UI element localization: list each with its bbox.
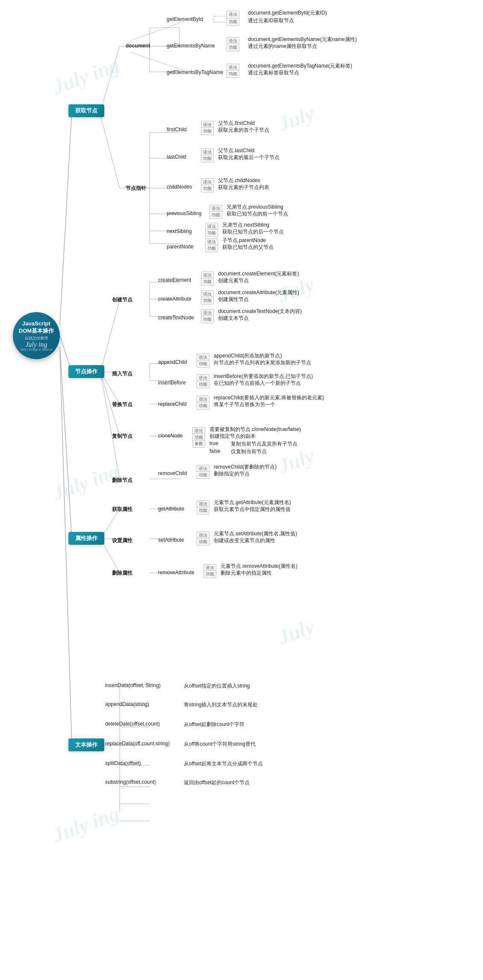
document-node: document <box>126 43 150 49</box>
delete-node: 删除节点 <box>112 477 133 484</box>
substring-desc: 返回由offset起的count个节点 <box>184 779 250 786</box>
watermark-1: July ing <box>49 53 122 99</box>
parent-node-func-tag: 功能 <box>205 245 218 252</box>
clone-node-label: 复制节点 <box>112 433 133 440</box>
delete-date-method: deleteDate(offset,count) <box>105 721 160 727</box>
replace-child: replaceChild <box>158 401 187 407</box>
last-child: lastChild <box>167 154 186 160</box>
append-child-func-tag: 功能 <box>197 360 209 368</box>
parent-node-func-val: 获取已知节点的父节点 <box>222 244 274 251</box>
remove-attr-func-tag: 功能 <box>203 570 216 578</box>
get-by-id-func-val: 通过元素ID获取节点 <box>248 17 294 24</box>
create-attr-func-val: 创建属性节点 <box>218 296 249 303</box>
create-el-func-tag: 功能 <box>201 278 214 286</box>
create-text-syntax-val: document.createTextNode(文本内容) <box>218 308 302 315</box>
category-get-node-label: 获取节点 <box>75 107 97 114</box>
child-nodes: childNodes <box>167 184 192 190</box>
remove-child-syntax-val: removeChild(要删除的节点) <box>214 463 277 471</box>
get-attr: 获取属性 <box>112 506 133 513</box>
replace-child-syntax-val: replaceChild(要插入的新元素,将被替换的老元素) <box>214 394 324 401</box>
set-attribute: setAttribute <box>158 537 184 543</box>
clone-node-param-false-val: 仅复制当前节点 <box>231 448 267 455</box>
create-el-syntax-val: document.createElement(元素标签) <box>218 270 299 277</box>
category-attr-op: 属性操作 <box>68 532 104 545</box>
create-attr-syntax-val: document.createAttribute(元素属性) <box>218 289 299 296</box>
append-data-desc: 将string插入到文本节点的末尾处 <box>184 701 258 708</box>
replace-data-desc: 从off将count个字符用string替代 <box>184 741 256 748</box>
node-pointer: 节点指针 <box>126 185 146 192</box>
prev-sibling-func-tag: 功能 <box>209 211 222 219</box>
clone-node-param-true-val: 复制当前节点及其所有子节点 <box>231 440 297 448</box>
remove-attr: 删除属性 <box>112 570 133 577</box>
watermark-4: July <box>275 443 317 478</box>
center-title2: DOM基本操作 <box>19 328 54 335</box>
replace-data-method: replaceData(off,count,string) <box>105 741 170 747</box>
next-sibling-func-tag: 功能 <box>205 229 218 237</box>
watermark-7: July ing <box>49 801 122 847</box>
delete-date-desc: 从offset起删除count个字符 <box>184 721 245 728</box>
center-logo-sub: Web | Design & Science <box>20 348 52 351</box>
get-by-tag-syntax-val: document.getElementsByTagName(元素标签) <box>248 62 352 70</box>
get-by-name-syntax-val: document.getElementsByName(元素name属性) <box>248 36 357 43</box>
previous-sibling: previousSibling <box>167 210 201 216</box>
insert-data-desc: 从offset指定的位置插入string <box>184 682 250 690</box>
category-attr-op-label: 属性操作 <box>75 535 97 541</box>
next-sibling-func-val: 获取已知节点的后一个节点 <box>222 228 284 236</box>
get-elements-by-name: getElementsByName <box>167 43 215 49</box>
watermark-2: July <box>275 101 317 136</box>
create-element: createElement <box>158 277 191 283</box>
insert-node: 插入节点 <box>112 370 133 378</box>
get-attr-func-val: 获取元素节点中指定属性的属性值 <box>214 506 291 513</box>
get-by-name-func-val: 通过元素的name属性获取节点 <box>248 43 317 50</box>
get-by-name-func-tag: 功能 <box>227 44 239 51</box>
child-nodes-func-val: 获取元素的子节点列表 <box>218 184 269 191</box>
create-text-func-tag: 功能 <box>201 316 214 323</box>
next-sibling-syntax-val: 兄弟节点.nextSibling <box>222 221 269 229</box>
create-attribute: createAttribute <box>158 296 191 302</box>
create-attr-func-tag: 功能 <box>201 297 214 304</box>
get-attr-syntax-val: 元素节点.getAttribute(元素属性名) <box>214 499 291 506</box>
next-sibling: nextSibling <box>167 228 192 234</box>
get-element-by-id: getElementById <box>167 16 203 22</box>
create-el-func-val: 创建元素节点 <box>218 277 249 284</box>
get-by-tag-func-tag: 功能 <box>227 70 239 78</box>
get-attr-func-tag: 功能 <box>197 507 209 514</box>
watermark-6: July ing <box>49 459 122 505</box>
last-child-func-val: 获取元素的最后一个子节点 <box>218 154 280 161</box>
first-child-syntax-val: 父节点.firstChild <box>218 120 255 127</box>
insert-before: insertBefore <box>158 380 186 386</box>
insert-before-func-val: 在已知的子节点前插入一个新的子节点 <box>214 380 301 387</box>
remove-attribute: removeAttribute <box>158 570 194 576</box>
parent-node-syntax-val: 子节点.parentNode <box>222 237 266 244</box>
child-nodes-func-tag: 功能 <box>201 185 214 192</box>
category-text-op-label: 文本操作 <box>75 741 97 748</box>
append-data-method: appendData(string) <box>105 701 149 707</box>
center-title1: JavaScript <box>22 320 50 328</box>
insert-before-func-tag: 功能 <box>197 381 209 388</box>
child-nodes-syntax-val: 父节点.childNodes <box>218 177 260 184</box>
watermark-5: July <box>275 614 317 649</box>
split-data-desc: 从offset起将文本节点分成两个节点 <box>184 760 263 767</box>
create-text-func-val: 创建文本节点 <box>218 315 249 322</box>
replace-node: 替换节点 <box>112 401 133 408</box>
page-container: July ing July July July July July ing Ju… <box>0 0 483 980</box>
set-attr-syntax-val: 元素节点.setAttribute(属性名,属性值) <box>214 530 297 537</box>
last-child-syntax-val: 父节点.lastChild <box>218 147 254 154</box>
get-by-id-func-tag: 功能 <box>227 18 239 26</box>
remove-child-func-val: 删除指定的节点 <box>214 470 250 478</box>
clone-node-param-false-label: false <box>209 448 220 454</box>
category-node-op-label: 节点操作 <box>75 368 97 375</box>
get-by-id-syntax-val: document.getElementById(元素ID) <box>248 9 327 17</box>
prev-sibling-syntax-val: 兄弟节点.previousSibling <box>227 204 283 211</box>
get-attribute: getAttribute <box>158 506 184 512</box>
remove-attr-syntax-val: 元素节点.removeAttribute(属性名) <box>221 563 297 570</box>
get-by-tag-func-val: 通过元素标签获取节点 <box>248 69 299 77</box>
set-attr: 设置属性 <box>112 537 133 544</box>
append-child: appendChild <box>158 359 187 365</box>
first-child-func-val: 获取元素的首个子节点 <box>218 127 269 134</box>
get-elements-by-tag: getElementsByTagName <box>167 69 223 75</box>
replace-child-func-tag: 功能 <box>197 402 209 410</box>
first-child: firstChild <box>167 127 187 133</box>
create-node: 创建节点 <box>112 296 133 304</box>
clone-node: cloneNode <box>158 433 183 439</box>
